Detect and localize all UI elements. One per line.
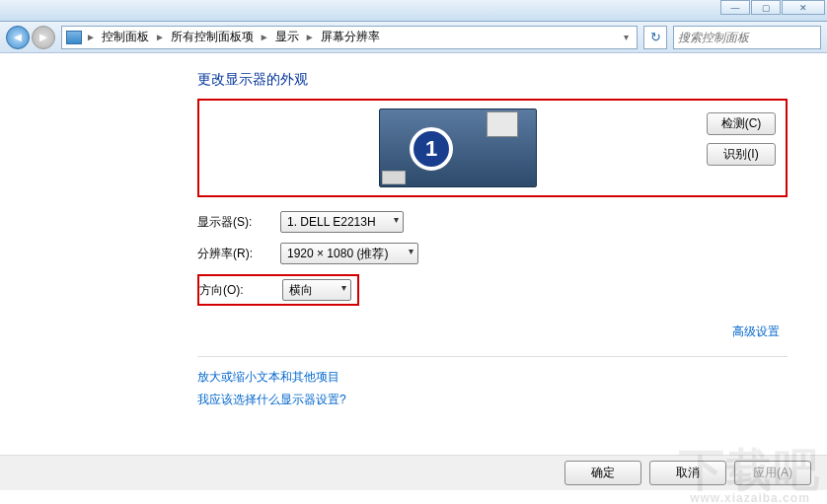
breadcrumb-sep: ► <box>153 32 167 42</box>
breadcrumb-sep: ► <box>258 32 271 42</box>
control-panel-icon <box>66 31 82 44</box>
watermark: 下载吧 www.xiazaiba.com <box>679 447 821 504</box>
page-title: 更改显示器的外观 <box>197 71 788 89</box>
advanced-settings-row: 高级设置 <box>197 322 780 340</box>
watermark-text: 下载吧 <box>679 444 821 495</box>
breadcrumb-item[interactable]: 所有控制面板项 <box>169 29 256 45</box>
watermark-url: www.xiazaiba.com <box>679 492 821 504</box>
content-area: 更改显示器的外观 1 检测(C) 识别(I) 显示器(S): 1. DELL E… <box>0 53 827 445</box>
minimize-button[interactable]: — <box>720 0 750 15</box>
maximize-button[interactable]: ▢ <box>751 0 781 15</box>
display-label: 显示器(S): <box>197 214 263 231</box>
breadcrumb-item[interactable]: 控制面板 <box>100 29 151 45</box>
window-titlebar: — ▢ ✕ <box>0 0 827 22</box>
resolution-row: 分辨率(R): 1920 × 1080 (推荐) <box>197 243 788 264</box>
help-links: 放大或缩小文本和其他项目 我应该选择什么显示器设置? <box>197 356 788 408</box>
orientation-combo[interactable]: 横向 <box>282 279 351 301</box>
search-box[interactable] <box>673 26 821 49</box>
monitor-preview[interactable]: 1 <box>209 108 707 187</box>
display-row: 显示器(S): 1. DELL E2213H <box>197 211 788 233</box>
breadcrumb[interactable]: ► 控制面板 ► 所有控制面板项 ► 显示 ► 屏幕分辨率 ▾ <box>61 26 638 49</box>
address-bar: ◄ ► ► 控制面板 ► 所有控制面板项 ► 显示 ► 屏幕分辨率 ▾ ↻ <box>0 22 827 53</box>
breadcrumb-dropdown-icon[interactable]: ▾ <box>620 32 633 42</box>
monitor-taskbar-icon <box>382 171 406 184</box>
nav-forward-button[interactable]: ► <box>32 26 55 49</box>
which-setting-link[interactable]: 我应该选择什么显示器设置? <box>197 392 788 408</box>
breadcrumb-item[interactable]: 显示 <box>273 29 301 45</box>
monitor-window-icon <box>487 111 518 137</box>
nav-back-button[interactable]: ◄ <box>6 26 30 49</box>
resolution-combo[interactable]: 1920 × 1080 (推荐) <box>280 243 418 264</box>
detect-button[interactable]: 检测(C) <box>707 112 776 135</box>
orientation-highlight: 方向(O): 横向 <box>197 274 359 306</box>
orientation-label: 方向(O): <box>199 282 264 299</box>
orientation-row: 方向(O): 横向 <box>197 274 788 306</box>
display-combo[interactable]: 1. DELL E2213H <box>280 211 404 233</box>
identify-button[interactable]: 识别(I) <box>707 143 776 166</box>
primary-monitor[interactable]: 1 <box>379 108 537 187</box>
close-button[interactable]: ✕ <box>782 0 825 15</box>
search-input[interactable] <box>678 31 816 44</box>
advanced-settings-link[interactable]: 高级设置 <box>732 324 780 338</box>
display-preview-pane: 1 检测(C) 识别(I) <box>197 99 788 197</box>
monitor-number-badge: 1 <box>410 127 453 171</box>
ok-button[interactable]: 确定 <box>564 461 641 485</box>
breadcrumb-item[interactable]: 屏幕分辨率 <box>319 29 382 45</box>
resolution-label: 分辨率(R): <box>197 246 263 262</box>
text-size-link[interactable]: 放大或缩小文本和其他项目 <box>197 369 788 386</box>
breadcrumb-sep: ► <box>84 32 98 42</box>
refresh-button[interactable]: ↻ <box>643 26 667 49</box>
window-controls: — ▢ ✕ <box>720 0 825 15</box>
breadcrumb-sep: ► <box>303 32 317 42</box>
